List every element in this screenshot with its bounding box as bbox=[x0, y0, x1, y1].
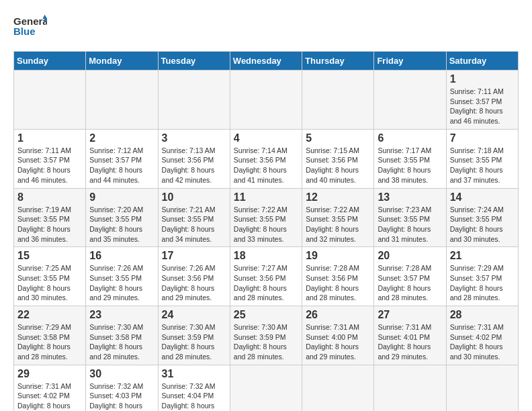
day-number: 26 bbox=[306, 309, 370, 321]
day-info: Sunrise: 7:27 AMSunset: 3:56 PMDaylight:… bbox=[234, 264, 287, 302]
day-number: 6 bbox=[378, 132, 442, 144]
calendar-day-16: 16 Sunrise: 7:26 AMSunset: 3:55 PMDaylig… bbox=[86, 247, 158, 306]
day-header-saturday: Saturday bbox=[446, 52, 518, 71]
day-info: Sunrise: 7:26 AMSunset: 3:55 PMDaylight:… bbox=[89, 264, 143, 302]
day-number: 13 bbox=[378, 191, 442, 203]
day-info: Sunrise: 7:19 AMSunset: 3:55 PMDaylight:… bbox=[17, 205, 71, 243]
empty-day bbox=[374, 365, 446, 411]
calendar-day-25: 25 Sunrise: 7:30 AMSunset: 3:59 PMDaylig… bbox=[230, 306, 302, 365]
day-info: Sunrise: 7:30 AMSunset: 3:59 PMDaylight:… bbox=[162, 323, 216, 361]
calendar-day-3: 3 Sunrise: 7:13 AMSunset: 3:56 PMDayligh… bbox=[158, 129, 230, 188]
day-number: 22 bbox=[17, 309, 82, 321]
empty-day bbox=[446, 365, 518, 411]
calendar-day-1: 1 Sunrise: 7:11 AMSunset: 3:57 PMDayligh… bbox=[446, 71, 518, 130]
day-info: Sunrise: 7:11 AMSunset: 3:57 PMDaylight:… bbox=[450, 87, 504, 125]
day-number: 10 bbox=[162, 191, 226, 203]
day-info: Sunrise: 7:20 AMSunset: 3:55 PMDaylight:… bbox=[89, 205, 143, 243]
calendar-day-8: 8 Sunrise: 7:19 AMSunset: 3:55 PMDayligh… bbox=[14, 188, 86, 247]
day-info: Sunrise: 7:31 AMSunset: 4:01 PMDaylight:… bbox=[378, 323, 431, 361]
day-info: Sunrise: 7:13 AMSunset: 3:56 PMDaylight:… bbox=[162, 146, 216, 184]
calendar-day-1: 1 Sunrise: 7:11 AMSunset: 3:57 PMDayligh… bbox=[14, 129, 86, 188]
calendar-week-4: 22 Sunrise: 7:29 AMSunset: 3:58 PMDaylig… bbox=[14, 306, 519, 365]
day-number: 3 bbox=[162, 132, 226, 144]
calendar-day-4: 4 Sunrise: 7:14 AMSunset: 3:56 PMDayligh… bbox=[230, 129, 302, 188]
day-number: 11 bbox=[234, 191, 298, 203]
calendar-week-1: 1 Sunrise: 7:11 AMSunset: 3:57 PMDayligh… bbox=[14, 129, 519, 188]
day-info: Sunrise: 7:24 AMSunset: 3:55 PMDaylight:… bbox=[450, 205, 504, 243]
calendar-week-2: 8 Sunrise: 7:19 AMSunset: 3:55 PMDayligh… bbox=[14, 188, 519, 247]
day-number: 31 bbox=[162, 368, 226, 380]
calendar-day-15: 15 Sunrise: 7:25 AMSunset: 3:55 PMDaylig… bbox=[14, 247, 86, 306]
empty-day bbox=[230, 71, 302, 130]
empty-day bbox=[158, 71, 230, 130]
empty-day bbox=[302, 365, 374, 411]
day-number: 27 bbox=[378, 309, 442, 321]
calendar-day-14: 14 Sunrise: 7:24 AMSunset: 3:55 PMDaylig… bbox=[446, 188, 518, 247]
day-info: Sunrise: 7:14 AMSunset: 3:56 PMDaylight:… bbox=[234, 146, 287, 184]
calendar-day-6: 6 Sunrise: 7:17 AMSunset: 3:55 PMDayligh… bbox=[374, 129, 446, 188]
day-number: 15 bbox=[17, 250, 82, 262]
day-info: Sunrise: 7:31 AMSunset: 4:02 PMDaylight:… bbox=[17, 382, 71, 411]
day-number: 21 bbox=[450, 250, 515, 262]
day-number: 30 bbox=[89, 368, 154, 380]
day-info: Sunrise: 7:28 AMSunset: 3:56 PMDaylight:… bbox=[306, 264, 359, 302]
calendar-day-30: 30 Sunrise: 7:32 AMSunset: 4:03 PMDaylig… bbox=[86, 365, 158, 411]
calendar-day-20: 20 Sunrise: 7:28 AMSunset: 3:57 PMDaylig… bbox=[374, 247, 446, 306]
calendar-day-10: 10 Sunrise: 7:21 AMSunset: 3:55 PMDaylig… bbox=[158, 188, 230, 247]
calendar-day-13: 13 Sunrise: 7:23 AMSunset: 3:55 PMDaylig… bbox=[374, 188, 446, 247]
calendar-day-11: 11 Sunrise: 7:22 AMSunset: 3:55 PMDaylig… bbox=[230, 188, 302, 247]
day-header-wednesday: Wednesday bbox=[230, 52, 302, 71]
day-header-friday: Friday bbox=[374, 52, 446, 71]
day-number: 24 bbox=[162, 309, 226, 321]
calendar-day-17: 17 Sunrise: 7:26 AMSunset: 3:56 PMDaylig… bbox=[158, 247, 230, 306]
day-info: Sunrise: 7:22 AMSunset: 3:55 PMDaylight:… bbox=[234, 205, 287, 243]
day-info: Sunrise: 7:22 AMSunset: 3:55 PMDaylight:… bbox=[306, 205, 359, 243]
empty-day bbox=[374, 71, 446, 130]
day-header-thursday: Thursday bbox=[302, 52, 374, 71]
day-number: 28 bbox=[450, 309, 515, 321]
calendar-week-0: 1 Sunrise: 7:11 AMSunset: 3:57 PMDayligh… bbox=[14, 71, 519, 130]
day-number: 25 bbox=[234, 309, 298, 321]
calendar-day-21: 21 Sunrise: 7:29 AMSunset: 3:57 PMDaylig… bbox=[446, 247, 518, 306]
logo: General Blue bbox=[13, 13, 47, 40]
empty-day bbox=[302, 71, 374, 130]
day-info: Sunrise: 7:30 AMSunset: 3:59 PMDaylight:… bbox=[234, 323, 287, 361]
calendar-day-9: 9 Sunrise: 7:20 AMSunset: 3:55 PMDayligh… bbox=[86, 188, 158, 247]
day-number: 14 bbox=[450, 191, 515, 203]
calendar-day-23: 23 Sunrise: 7:30 AMSunset: 3:58 PMDaylig… bbox=[86, 306, 158, 365]
day-number: 12 bbox=[306, 191, 370, 203]
page-header: General Blue bbox=[13, 13, 519, 40]
day-number: 4 bbox=[234, 132, 298, 144]
day-info: Sunrise: 7:30 AMSunset: 3:58 PMDaylight:… bbox=[89, 323, 143, 361]
day-info: Sunrise: 7:29 AMSunset: 3:57 PMDaylight:… bbox=[450, 264, 504, 302]
calendar-day-18: 18 Sunrise: 7:27 AMSunset: 3:56 PMDaylig… bbox=[230, 247, 302, 306]
calendar-week-3: 15 Sunrise: 7:25 AMSunset: 3:55 PMDaylig… bbox=[14, 247, 519, 306]
day-info: Sunrise: 7:23 AMSunset: 3:55 PMDaylight:… bbox=[378, 205, 431, 243]
day-number: 23 bbox=[89, 309, 154, 321]
day-number: 8 bbox=[17, 191, 82, 203]
empty-day bbox=[14, 71, 86, 130]
calendar-day-28: 28 Sunrise: 7:31 AMSunset: 4:02 PMDaylig… bbox=[446, 306, 518, 365]
day-number: 20 bbox=[378, 250, 442, 262]
day-info: Sunrise: 7:15 AMSunset: 3:56 PMDaylight:… bbox=[306, 146, 359, 184]
calendar-day-29: 29 Sunrise: 7:31 AMSunset: 4:02 PMDaylig… bbox=[14, 365, 86, 411]
day-number: 5 bbox=[306, 132, 370, 144]
day-info: Sunrise: 7:29 AMSunset: 3:58 PMDaylight:… bbox=[17, 323, 71, 361]
day-header-tuesday: Tuesday bbox=[158, 52, 230, 71]
calendar-day-5: 5 Sunrise: 7:15 AMSunset: 3:56 PMDayligh… bbox=[302, 129, 374, 188]
calendar-day-24: 24 Sunrise: 7:30 AMSunset: 3:59 PMDaylig… bbox=[158, 306, 230, 365]
logo-icon: General Blue bbox=[13, 13, 47, 40]
day-number: 7 bbox=[450, 132, 515, 144]
calendar-day-2: 2 Sunrise: 7:12 AMSunset: 3:57 PMDayligh… bbox=[86, 129, 158, 188]
header-row: SundayMondayTuesdayWednesdayThursdayFrid… bbox=[14, 52, 519, 71]
svg-text:Blue: Blue bbox=[13, 26, 36, 37]
day-info: Sunrise: 7:18 AMSunset: 3:55 PMDaylight:… bbox=[450, 146, 504, 184]
day-number: 17 bbox=[162, 250, 226, 262]
calendar-table: SundayMondayTuesdayWednesdayThursdayFrid… bbox=[13, 51, 519, 411]
calendar-day-19: 19 Sunrise: 7:28 AMSunset: 3:56 PMDaylig… bbox=[302, 247, 374, 306]
day-number: 19 bbox=[306, 250, 370, 262]
day-number: 1 bbox=[17, 132, 82, 144]
calendar-day-27: 27 Sunrise: 7:31 AMSunset: 4:01 PMDaylig… bbox=[374, 306, 446, 365]
calendar-week-5: 29 Sunrise: 7:31 AMSunset: 4:02 PMDaylig… bbox=[14, 365, 519, 411]
day-info: Sunrise: 7:17 AMSunset: 3:55 PMDaylight:… bbox=[378, 146, 431, 184]
